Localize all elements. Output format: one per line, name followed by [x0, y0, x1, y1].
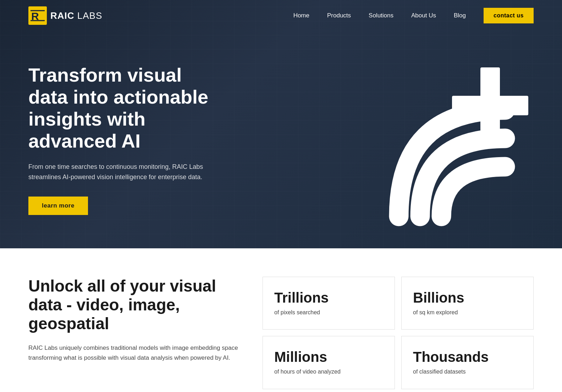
hero-title: Transform visual data into actionable in… — [28, 64, 220, 152]
stats-grid: Trillions of pixels searched Billions of… — [263, 277, 534, 389]
logo[interactable]: R RAIC LABS — [28, 6, 102, 25]
stat-label-trillions: of pixels searched — [274, 309, 383, 316]
stats-title: Unlock all of your visual data - video, … — [28, 277, 241, 333]
nav-blog[interactable]: Blog — [454, 12, 466, 19]
hero-section: Transform visual data into actionable in… — [0, 0, 562, 248]
stat-value-thousands: Thousands — [413, 349, 522, 365]
nav-links: Home Products Solutions About Us Blog co… — [293, 8, 534, 23]
stat-value-billions: Billions — [413, 290, 522, 306]
hero-content: Transform visual data into actionable in… — [0, 0, 248, 215]
nav-solutions[interactable]: Solutions — [369, 12, 393, 19]
stat-label-billions: of sq km explored — [413, 309, 522, 316]
nav-about[interactable]: About Us — [411, 12, 436, 19]
hero-subtitle: From one time searches to continuous mon… — [28, 162, 220, 182]
stat-card-trillions: Trillions of pixels searched — [263, 277, 395, 330]
svg-rect-5 — [452, 96, 528, 115]
nav-products[interactable]: Products — [327, 12, 351, 19]
stat-value-millions: Millions — [274, 349, 383, 365]
stat-label-millions: of hours of video analyzed — [274, 368, 383, 376]
contact-us-button[interactable]: contact us — [484, 8, 534, 23]
stat-value-trillions: Trillions — [274, 290, 383, 306]
logo-icon: R — [28, 6, 47, 25]
navbar: R RAIC LABS Home Products Solutions Abou… — [0, 0, 562, 31]
stat-card-thousands: Thousands of classified datasets — [401, 336, 534, 389]
stats-section: Unlock all of your visual data - video, … — [0, 248, 562, 392]
logo-text: RAIC LABS — [50, 10, 102, 21]
stats-text: Unlock all of your visual data - video, … — [28, 277, 241, 363]
nav-home[interactable]: Home — [293, 12, 309, 19]
learn-more-button[interactable]: learn more — [28, 197, 88, 215]
stat-card-billions: Billions of sq km explored — [401, 277, 534, 330]
stats-body: RAIC Labs uniquely combines traditional … — [28, 343, 241, 363]
stat-card-millions: Millions of hours of video analyzed — [263, 336, 395, 389]
stat-label-thousands: of classified datasets — [413, 368, 522, 376]
hero-graphic — [356, 46, 534, 231]
